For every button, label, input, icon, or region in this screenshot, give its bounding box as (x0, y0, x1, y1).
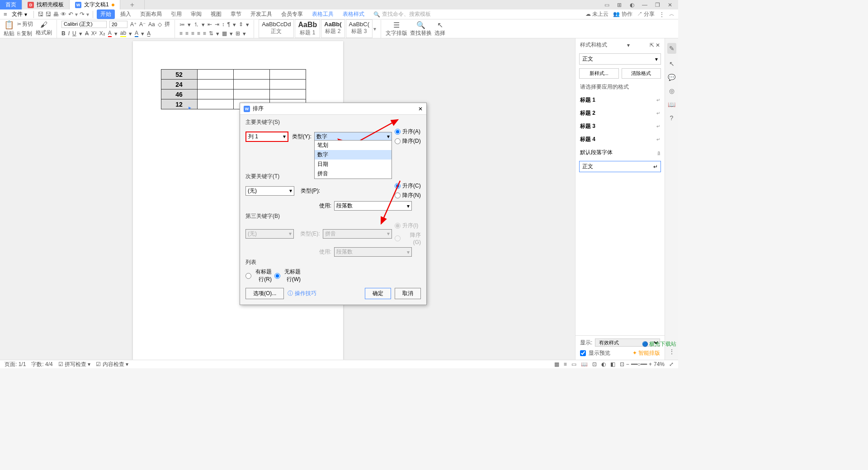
dialog-close-icon[interactable]: ✕ (418, 106, 423, 112)
style-item-h4[interactable]: 标题 4↵ (576, 133, 665, 146)
rail-styles-icon[interactable]: ✎ (667, 43, 676, 54)
dropdown-option[interactable]: 笔划 (315, 141, 392, 150)
cloud-status[interactable]: ☁ 未上云 (585, 10, 609, 18)
align-center-icon[interactable]: ≡ (185, 30, 189, 37)
dropdown-option[interactable]: 拼音 (315, 169, 392, 179)
view-page-icon[interactable]: ▦ (554, 361, 559, 367)
current-style-select[interactable]: 正文▾ (579, 53, 661, 65)
dropdown-option[interactable]: 日期 (315, 160, 392, 169)
table-cell[interactable]: 52 (161, 70, 197, 80)
underline-icon[interactable]: U (72, 30, 76, 37)
indent-inc-icon[interactable]: ⇥ (215, 21, 219, 28)
style-item-h3[interactable]: 标题 3↵ (576, 120, 665, 133)
style-item-default[interactable]: 默认段落字体a (576, 146, 665, 159)
format-painter[interactable]: 🖌格式刷 (36, 21, 52, 37)
table-cell[interactable]: 46 (161, 89, 197, 99)
collab-button[interactable]: 👥 协作 (613, 10, 632, 18)
paste-button[interactable]: 📋粘贴 (4, 20, 14, 38)
options-button[interactable]: 选项(O)... (245, 288, 284, 299)
view-web-icon[interactable]: ▭ (571, 361, 576, 367)
menu-reference[interactable]: 引用 (167, 9, 185, 19)
primary-key-select[interactable]: 列 1▾ (245, 132, 288, 142)
content-check[interactable]: ☑ 内容检查 ▾ (96, 361, 128, 368)
fullscreen-icon[interactable]: ⤢ (669, 361, 674, 367)
style-normal[interactable]: AaBbCcDd正文 (259, 19, 294, 38)
view-split-icon[interactable]: ◧ (610, 361, 615, 367)
clear-format-button[interactable]: 清除格式 (622, 68, 661, 79)
view-outline-icon[interactable]: ≡ (564, 361, 567, 367)
superscript-icon[interactable]: X² (91, 30, 97, 37)
close-panel-icon[interactable]: ✕ (656, 42, 660, 48)
change-case-icon[interactable]: Aa (148, 21, 155, 28)
view-dark-icon[interactable]: ◐ (601, 361, 606, 367)
new-style-button[interactable]: 新样式... (579, 68, 619, 79)
style-h1[interactable]: AaBb标题 1 (295, 19, 320, 38)
align-dist-icon[interactable]: ≡ (203, 30, 206, 37)
pin-icon[interactable]: ⇱ (650, 42, 654, 48)
preview-checkbox[interactable] (580, 350, 586, 356)
zoom-fit-icon[interactable]: ⊡ (620, 361, 624, 367)
bullets-icon[interactable]: ≔ (179, 21, 185, 28)
grow-font-icon[interactable]: A⁺ (130, 21, 137, 28)
char-border-icon[interactable]: A (135, 30, 138, 37)
style-item-h2[interactable]: 标题 2↵ (576, 107, 665, 120)
cancel-button[interactable]: 取消 (395, 288, 421, 299)
tab-document[interactable]: W文字文稿1 (70, 0, 120, 9)
style-h2[interactable]: AaBb(标题 2 (321, 19, 344, 38)
share-button[interactable]: ↗ 分享 (637, 10, 655, 18)
rail-target-icon[interactable]: ◎ (669, 87, 675, 94)
saveas-icon[interactable]: 🖫 (45, 11, 51, 18)
phonetic-icon[interactable]: 拼 (165, 20, 170, 28)
word-count[interactable]: 字数: 4/4 (31, 361, 52, 368)
char-shading-icon[interactable]: A̲ (147, 30, 151, 37)
sort-icon[interactable]: ↕ (222, 21, 225, 28)
preview-icon[interactable]: 👁 (61, 11, 66, 18)
zoom-value[interactable]: 74% (654, 361, 665, 367)
layout-icon[interactable]: ▭ (603, 2, 610, 8)
menu-review[interactable]: 审阅 (187, 9, 205, 19)
rail-chat-icon[interactable]: 💬 (668, 74, 675, 81)
zoom-in-icon[interactable]: + (649, 361, 652, 367)
bold-icon[interactable]: B (61, 30, 66, 37)
ok-button[interactable]: 确定 (365, 288, 391, 299)
table-cell[interactable]: 24 (161, 80, 197, 89)
menu-table-tools[interactable]: 表格工具 (308, 9, 337, 19)
grid-icon[interactable]: ⊞ (616, 2, 623, 8)
borders-icon[interactable]: ⊞ (236, 30, 240, 37)
rail-more-icon[interactable]: ⋮ (669, 348, 675, 355)
align-right-icon[interactable]: ≡ (191, 30, 194, 37)
secondary-key-select[interactable]: (无)▾ (245, 186, 294, 196)
strike-icon[interactable]: A̶ (85, 30, 89, 37)
rail-help-icon[interactable]: ? (670, 114, 674, 122)
save-icon[interactable]: 🖫 (38, 11, 43, 18)
size-select[interactable] (109, 21, 127, 28)
subscript-icon[interactable]: X₂ (99, 30, 105, 37)
dropdown-option[interactable]: 数字 (315, 150, 392, 160)
align-left-icon[interactable]: ≡ (179, 30, 183, 37)
text-layout[interactable]: ☰文字排版 (386, 21, 407, 37)
command-search[interactable]: 🔍查找命令、搜索模板 (373, 10, 431, 18)
file-menu[interactable]: 文件▾ (9, 9, 30, 19)
undo-icon[interactable]: ↶ (68, 11, 73, 18)
collapse-ribbon-icon[interactable]: ︿ (669, 10, 675, 18)
menu-layout[interactable]: 页面布局 (137, 9, 165, 19)
has-header-radio[interactable]: 有标题行(R) (245, 268, 272, 283)
select-menu[interactable]: ↖选择 (434, 21, 445, 37)
menu-devtools[interactable]: 开发工具 (247, 9, 276, 19)
clear-format-icon[interactable]: ◇ (158, 21, 162, 28)
font-select[interactable] (61, 21, 107, 28)
indent-dec-icon[interactable]: ⇤ (208, 21, 212, 28)
align-justify-icon[interactable]: ≡ (197, 30, 200, 37)
copy-button[interactable]: ⎘ 复制 (17, 30, 33, 38)
hamburger-icon[interactable]: ≡ (4, 11, 7, 18)
shrink-font-icon[interactable]: A⁻ (139, 21, 146, 28)
font-color-icon[interactable]: A (108, 30, 112, 37)
shading-icon[interactable]: ▦ (222, 30, 227, 37)
secondary-asc-radio[interactable]: 升序(C) (395, 182, 421, 190)
para-spacing-icon[interactable]: ⇅ (209, 30, 213, 37)
user-icon[interactable]: ◐ (628, 2, 636, 8)
style-item-h1[interactable]: 标题 1↵ (576, 94, 665, 107)
numbering-icon[interactable]: ⒈ (193, 21, 199, 28)
rail-select-icon[interactable]: ↖ (669, 60, 675, 67)
tab-new[interactable]: + (120, 0, 145, 9)
